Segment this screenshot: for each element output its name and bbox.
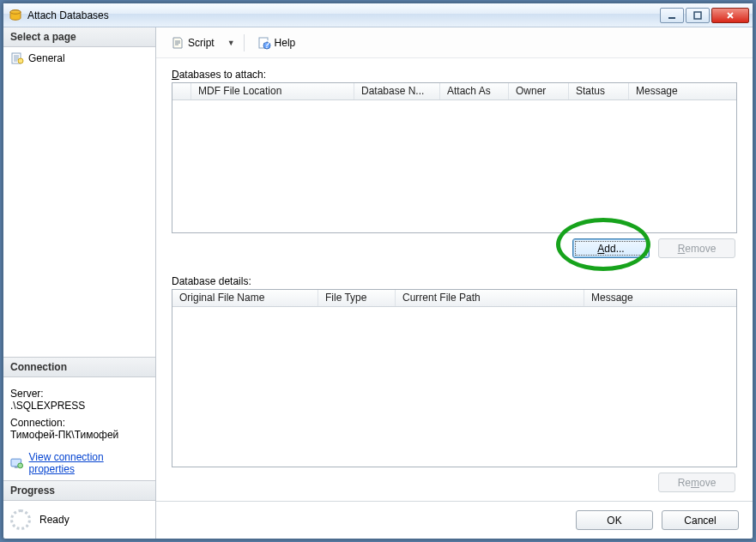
window-title: Attach Databases xyxy=(27,9,109,21)
server-label: Server: xyxy=(10,388,148,400)
page-general[interactable]: General xyxy=(9,50,150,67)
svg-point-5 xyxy=(18,58,23,63)
remove-button-bottom: Remove xyxy=(658,473,735,492)
progress-header: Progress xyxy=(3,481,155,501)
connection-header: Connection xyxy=(3,358,155,377)
titlebar[interactable]: Attach Databases xyxy=(3,3,753,27)
svg-rect-2 xyxy=(668,17,675,19)
svg-point-8 xyxy=(18,463,23,468)
col-details-message[interactable]: Message xyxy=(584,290,736,306)
col-file-type[interactable]: File Type xyxy=(318,290,396,306)
server-value: .\SQLEXPRESS xyxy=(10,400,148,412)
cancel-button[interactable]: Cancel xyxy=(662,510,739,530)
progress-spinner-icon xyxy=(10,509,31,530)
help-icon: ? xyxy=(257,36,271,50)
add-button[interactable]: Add... xyxy=(572,238,650,258)
col-status[interactable]: Status xyxy=(569,83,629,99)
connection-value: Тимофей-ПК\Тимофей xyxy=(10,429,148,441)
script-icon xyxy=(171,36,184,50)
remove-button-top: Remove xyxy=(658,238,735,258)
select-page-header: Select a page xyxy=(3,27,155,47)
help-button[interactable]: ? Help xyxy=(251,33,302,53)
col-attach-as[interactable]: Attach As xyxy=(440,83,509,99)
col-mdf-location[interactable]: MDF File Location xyxy=(191,83,354,99)
details-grid-header: Original File Name File Type Current Fil… xyxy=(172,290,736,307)
right-area: Script ▼ ? Help Databases to attach: xyxy=(156,27,753,539)
databases-to-attach-label: Databases to attach: xyxy=(172,69,737,81)
window-minimize-button[interactable] xyxy=(660,8,684,23)
script-dropdown-icon[interactable]: ▼ xyxy=(226,39,237,47)
col-database-name[interactable]: Database N... xyxy=(354,83,440,99)
page-label: General xyxy=(28,52,65,64)
window-maximize-button[interactable] xyxy=(686,8,710,23)
attach-databases-dialog: Attach Databases Select a page xyxy=(3,3,753,539)
database-details-label: Database details: xyxy=(172,275,737,287)
attach-grid-header: MDF File Location Database N... Attach A… xyxy=(172,83,736,100)
col-message[interactable]: Message xyxy=(629,83,736,99)
help-label: Help xyxy=(275,37,296,49)
toolbar-separator xyxy=(244,34,245,51)
window-close-button[interactable] xyxy=(711,8,749,23)
col-original-filename[interactable]: Original File Name xyxy=(172,290,318,306)
database-app-icon xyxy=(9,9,22,22)
toolbar: Script ▼ ? Help xyxy=(156,27,753,58)
view-connection-properties-link[interactable]: View connection properties xyxy=(29,451,148,475)
col-current-file-path[interactable]: Current File Path xyxy=(396,290,584,306)
svg-text:?: ? xyxy=(263,39,269,50)
col-owner[interactable]: Owner xyxy=(509,83,569,99)
script-button[interactable]: Script xyxy=(165,33,221,53)
svg-rect-3 xyxy=(694,12,701,19)
databases-to-attach-grid[interactable]: MDF File Location Database N... Attach A… xyxy=(172,82,737,233)
dialog-footer: OK Cancel xyxy=(156,501,753,539)
svg-rect-7 xyxy=(15,467,18,468)
database-details-grid[interactable]: Original File Name File Type Current Fil… xyxy=(172,289,737,467)
progress-status: Ready xyxy=(39,514,70,526)
connection-label: Connection: xyxy=(10,417,148,429)
script-label: Script xyxy=(188,37,215,49)
left-panel: Select a page General Connection Server:… xyxy=(3,27,156,539)
connection-properties-icon xyxy=(10,456,24,470)
ok-button[interactable]: OK xyxy=(576,510,653,530)
page-icon xyxy=(10,51,24,65)
